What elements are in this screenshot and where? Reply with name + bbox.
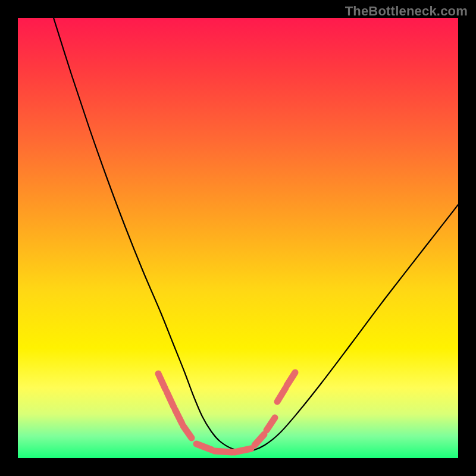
- highlight-dash: [277, 388, 286, 402]
- highlight-dash: [255, 434, 264, 445]
- bottleneck-curve: [54, 18, 458, 451]
- highlight-dash: [158, 374, 165, 389]
- chart-frame: TheBottleneck.com: [0, 0, 476, 476]
- watermark-label: TheBottleneck.com: [345, 4, 468, 19]
- highlight-dash: [214, 451, 232, 452]
- highlight-dash: [183, 426, 192, 438]
- highlight-dash: [196, 444, 212, 450]
- highlight-dash: [267, 418, 275, 430]
- highlight-dash: [234, 449, 251, 452]
- highlight-dash: [287, 372, 295, 386]
- highlight-dashes: [158, 372, 295, 452]
- highlight-dash: [167, 392, 174, 407]
- plot-area: [18, 18, 458, 458]
- highlight-dash: [175, 409, 182, 424]
- chart-svg: [18, 18, 458, 458]
